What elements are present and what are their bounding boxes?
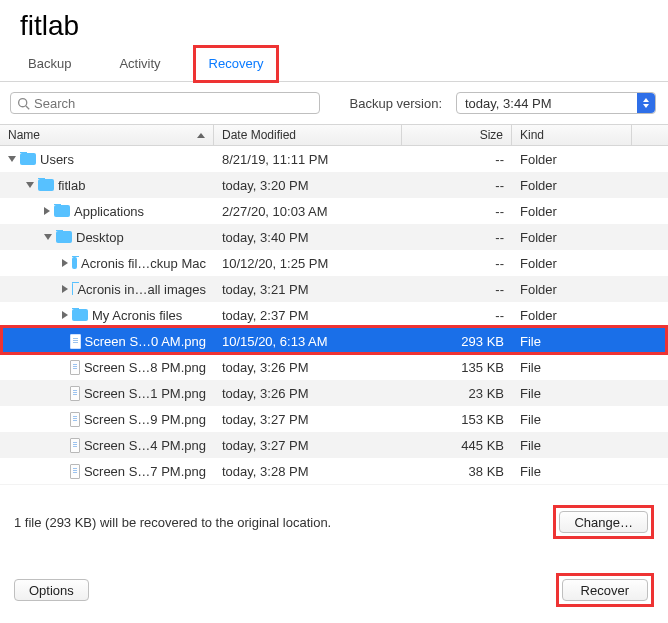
row-name: Screen S…0 AM.png bbox=[85, 334, 206, 349]
table-row[interactable]: Desktoptoday, 3:40 PM--Folder bbox=[0, 224, 668, 250]
file-icon bbox=[70, 412, 80, 427]
table-row[interactable]: Screen S…4 PM.pngtoday, 3:27 PM445 KBFil… bbox=[0, 432, 668, 458]
row-size: -- bbox=[402, 152, 512, 167]
disclosure-down-icon[interactable] bbox=[8, 156, 16, 162]
row-name: Screen S…7 PM.png bbox=[84, 464, 206, 479]
row-size: 135 KB bbox=[402, 360, 512, 375]
table-row[interactable]: Screen S…0 AM.png10/15/20, 6:13 AM293 KB… bbox=[0, 328, 668, 354]
table-row[interactable]: Screen S…9 PM.pngtoday, 3:27 PM153 KBFil… bbox=[0, 406, 668, 432]
row-size: 23 KB bbox=[402, 386, 512, 401]
col-date[interactable]: Date Modified bbox=[214, 125, 402, 145]
row-name: Desktop bbox=[76, 230, 124, 245]
row-kind: File bbox=[512, 438, 668, 453]
tab-activity[interactable]: Activity bbox=[113, 48, 166, 81]
row-kind: Folder bbox=[512, 256, 668, 271]
row-size: -- bbox=[402, 256, 512, 271]
tabs: BackupActivityRecovery bbox=[0, 48, 668, 82]
search-icon bbox=[17, 97, 30, 110]
row-date: today, 3:21 PM bbox=[214, 282, 402, 297]
backup-version-select[interactable]: today, 3:44 PM bbox=[456, 92, 656, 114]
col-tail bbox=[632, 125, 668, 145]
row-name: Acronis in…all images bbox=[77, 282, 206, 297]
table-row[interactable]: Screen S…1 PM.pngtoday, 3:26 PM23 KBFile bbox=[0, 380, 668, 406]
row-date: today, 3:28 PM bbox=[214, 464, 402, 479]
row-date: 10/15/20, 6:13 AM bbox=[214, 334, 402, 349]
file-icon bbox=[70, 386, 80, 401]
file-icon bbox=[70, 464, 80, 479]
col-size[interactable]: Size bbox=[402, 125, 512, 145]
search-input[interactable] bbox=[30, 95, 313, 112]
svg-line-1 bbox=[26, 105, 29, 108]
row-kind: File bbox=[512, 412, 668, 427]
table-row[interactable]: Applications2/27/20, 10:03 AM--Folder bbox=[0, 198, 668, 224]
row-date: today, 3:27 PM bbox=[214, 412, 402, 427]
disclosure-spacer bbox=[62, 416, 66, 422]
change-location-button[interactable]: Change… bbox=[559, 511, 648, 533]
disclosure-spacer bbox=[62, 390, 66, 396]
row-name: Screen S…4 PM.png bbox=[84, 438, 206, 453]
row-kind: File bbox=[512, 360, 668, 375]
row-date: today, 3:20 PM bbox=[214, 178, 402, 193]
file-tree-viewport: Users8/21/19, 11:11 PM--Folderfitlabtoda… bbox=[0, 146, 668, 496]
row-kind: Folder bbox=[512, 282, 668, 297]
row-name: fitlab bbox=[58, 178, 85, 193]
table-row[interactable]: Users8/21/19, 11:11 PM--Folder bbox=[0, 146, 668, 172]
disclosure-spacer bbox=[62, 468, 66, 474]
row-size: -- bbox=[402, 204, 512, 219]
row-date: today, 3:26 PM bbox=[214, 360, 402, 375]
row-date: 8/21/19, 11:11 PM bbox=[214, 152, 402, 167]
col-name[interactable]: Name bbox=[0, 125, 214, 145]
row-kind: Folder bbox=[512, 230, 668, 245]
options-button[interactable]: Options bbox=[14, 579, 89, 601]
row-date: 10/12/20, 1:25 PM bbox=[214, 256, 402, 271]
row-kind: Folder bbox=[512, 204, 668, 219]
backup-version-value: today, 3:44 PM bbox=[465, 96, 551, 111]
disclosure-spacer bbox=[62, 364, 66, 370]
annotation-highlight: Change… bbox=[553, 505, 654, 539]
table-row[interactable]: fitlabtoday, 3:20 PM--Folder bbox=[0, 172, 668, 198]
row-kind: Folder bbox=[512, 152, 668, 167]
row-size: 38 KB bbox=[402, 464, 512, 479]
tab-backup[interactable]: Backup bbox=[22, 48, 77, 81]
row-name: Applications bbox=[74, 204, 144, 219]
row-date: 2/27/20, 10:03 AM bbox=[214, 204, 402, 219]
toolbar: Backup version: today, 3:44 PM bbox=[0, 82, 668, 124]
table-row[interactable]: Screen S…8 PM.pngtoday, 3:26 PM135 KBFil… bbox=[0, 354, 668, 380]
row-kind: Folder bbox=[512, 178, 668, 193]
row-kind: File bbox=[512, 334, 668, 349]
disclosure-right-icon[interactable] bbox=[62, 285, 68, 293]
backup-version-label: Backup version: bbox=[350, 96, 443, 111]
app-window: fitlab BackupActivityRecovery Backup ver… bbox=[0, 0, 668, 623]
recovery-status-text: 1 file (293 KB) will be recovered to the… bbox=[14, 515, 331, 530]
table-row[interactable]: Screen S…7 PM.pngtoday, 3:28 PM38 KBFile bbox=[0, 458, 668, 484]
search-box[interactable] bbox=[10, 92, 320, 114]
table-row[interactable]: Acronis fil…ckup Mac10/12/20, 1:25 PM--F… bbox=[0, 250, 668, 276]
folder-icon bbox=[72, 283, 73, 295]
disclosure-down-icon[interactable] bbox=[26, 182, 34, 188]
row-name: Acronis fil…ckup Mac bbox=[81, 256, 206, 271]
disclosure-right-icon[interactable] bbox=[44, 207, 50, 215]
folder-icon bbox=[54, 205, 70, 217]
disclosure-spacer bbox=[62, 338, 66, 344]
file-tree: Users8/21/19, 11:11 PM--Folderfitlabtoda… bbox=[0, 146, 668, 496]
file-icon bbox=[70, 334, 80, 349]
svg-point-0 bbox=[19, 98, 27, 106]
file-icon bbox=[70, 360, 80, 375]
sort-ascending-icon bbox=[197, 133, 205, 138]
disclosure-spacer bbox=[62, 442, 66, 448]
table-row[interactable]: My Acronis filestoday, 2:37 PM--Folder bbox=[0, 302, 668, 328]
row-size: -- bbox=[402, 230, 512, 245]
disclosure-right-icon[interactable] bbox=[62, 311, 68, 319]
disclosure-right-icon[interactable] bbox=[62, 259, 68, 267]
row-size: 153 KB bbox=[402, 412, 512, 427]
tab-recovery[interactable]: Recovery bbox=[203, 48, 270, 81]
row-date: today, 2:37 PM bbox=[214, 308, 402, 323]
recover-button[interactable]: Recover bbox=[562, 579, 648, 601]
row-size: 445 KB bbox=[402, 438, 512, 453]
row-kind: File bbox=[512, 386, 668, 401]
disclosure-down-icon[interactable] bbox=[44, 234, 52, 240]
col-kind[interactable]: Kind bbox=[512, 125, 632, 145]
folder-icon bbox=[72, 257, 77, 269]
folder-icon bbox=[38, 179, 54, 191]
table-row[interactable]: Acronis in…all imagestoday, 3:21 PM--Fol… bbox=[0, 276, 668, 302]
